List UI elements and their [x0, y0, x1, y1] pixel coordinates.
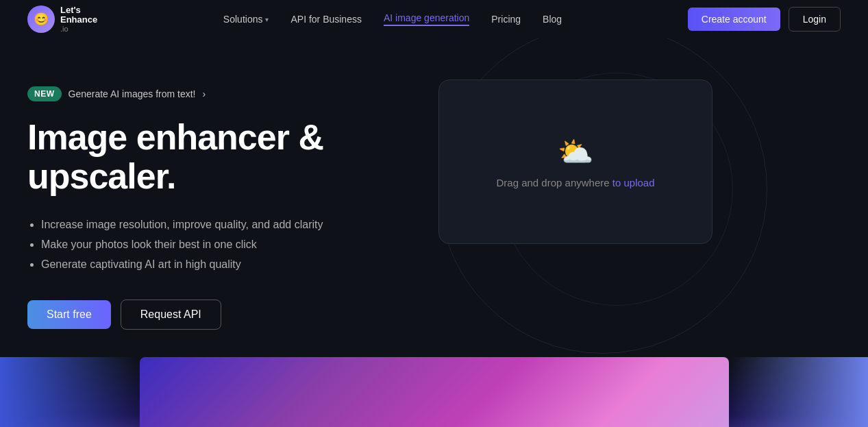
logo-text: Let's Enhance .io [60, 5, 97, 34]
nav-item-ai-image-generation[interactable]: AI image generation [384, 12, 469, 26]
upload-card[interactable]: ⛅ Drag and drop anywhere to upload [438, 80, 712, 244]
request-api-button[interactable]: Request API [121, 300, 221, 330]
nav-item-solutions[interactable]: Solutions ▾ [223, 14, 269, 25]
new-badge: NEW [27, 86, 62, 101]
nav-item-blog[interactable]: Blog [543, 14, 562, 25]
badge-row: NEW Generate AI images from text! › [27, 86, 425, 101]
logo-icon: 😊 [27, 5, 55, 33]
nav-item-api-for-business[interactable]: API for Business [290, 14, 362, 25]
bottom-left-tint [0, 357, 137, 427]
hero-upload-area: ⛅ Drag and drop anywhere to upload [425, 80, 726, 244]
logo-line3: .io [60, 25, 97, 33]
bottom-preview-section [0, 357, 868, 427]
badge-description: Generate AI images from text! [69, 88, 196, 99]
create-account-button[interactable]: Create account [688, 8, 780, 31]
nav-item-pricing[interactable]: Pricing [491, 14, 521, 25]
nav-actions: Create account Login [688, 7, 841, 32]
logo-line1: Let's [60, 5, 97, 15]
hero-bullet-2: Make your photos look their best in one … [41, 235, 425, 255]
logo[interactable]: 😊 Let's Enhance .io [27, 5, 97, 34]
hero-content: NEW Generate AI images from text! › Imag… [27, 80, 425, 330]
navigation: 😊 Let's Enhance .io Solutions ▾ API for … [0, 0, 868, 38]
chevron-down-icon: ▾ [265, 16, 269, 23]
start-free-button[interactable]: Start free [27, 300, 111, 329]
hero-bullet-list: Increase image resolution, improve quali… [27, 215, 425, 274]
upload-link[interactable]: to upload [612, 177, 655, 188]
hero-section: NEW Generate AI images from text! › Imag… [0, 38, 868, 357]
hero-preview-image [140, 357, 729, 427]
hero-bullet-3: Generate captivating AI art in high qual… [41, 255, 425, 275]
badge-arrow-icon: › [202, 88, 206, 99]
logo-line2: Enhance [60, 15, 97, 25]
upload-cloud-icon: ⛅ [558, 135, 593, 169]
upload-instructions: Drag and drop anywhere to upload [496, 177, 654, 188]
login-button[interactable]: Login [789, 7, 841, 32]
hero-title: Image enhancer & upscaler. [27, 118, 425, 196]
hero-bullet-1: Increase image resolution, improve quali… [41, 215, 425, 235]
upload-text-prefix: Drag and drop anywhere [496, 177, 612, 188]
nav-links: Solutions ▾ API for Business AI image ge… [223, 12, 562, 26]
bottom-right-tint [731, 357, 868, 427]
hero-cta: Start free Request API [27, 300, 425, 330]
